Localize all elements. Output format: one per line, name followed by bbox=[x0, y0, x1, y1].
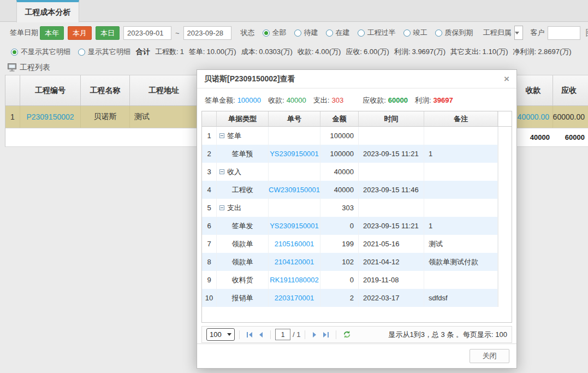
doc-amount-cell: 40000 bbox=[320, 181, 359, 199]
summary-stat: 签单:10.00(万) bbox=[189, 47, 236, 57]
detail-toggle-show-other-detail[interactable]: 显示其它明细 bbox=[78, 47, 130, 57]
doc-no-link[interactable]: RK1911080002 bbox=[270, 276, 318, 284]
customer-input[interactable] bbox=[548, 26, 580, 40]
summary-stat: 收款:4.00(万) bbox=[298, 47, 341, 57]
detail-toggle-label: 显示其它明细 bbox=[88, 47, 130, 57]
doc-row[interactable]: 1签单100000 bbox=[202, 127, 512, 145]
modal-summary-value: 40000 bbox=[287, 96, 306, 104]
doc-row-number: 1 bbox=[202, 127, 217, 145]
radio-icon bbox=[263, 29, 270, 37]
collapse-icon[interactable] bbox=[219, 133, 224, 138]
summary-stat: 成本:0.0303(万) bbox=[241, 47, 293, 57]
date-from-input[interactable] bbox=[123, 26, 171, 40]
doc-header-row-number bbox=[202, 111, 217, 126]
status-radio-all[interactable]: 全部 bbox=[263, 28, 287, 38]
doc-note-cell bbox=[424, 127, 498, 145]
collapse-icon[interactable] bbox=[219, 169, 224, 174]
customer-label: 客户 bbox=[531, 28, 545, 38]
next-page-icon[interactable] bbox=[312, 331, 318, 338]
doc-no-link[interactable]: CW2309150001 bbox=[269, 186, 320, 194]
summary-stat-value: 1.10(万) bbox=[483, 48, 508, 56]
doc-type-label: 领款单 bbox=[232, 257, 253, 267]
receivable-amount-cell: 60000.00 bbox=[553, 106, 588, 128]
date-to-input[interactable] bbox=[183, 26, 231, 40]
doc-no-cell bbox=[269, 127, 320, 145]
status-radio-warranty-due[interactable]: 质保到期 bbox=[435, 28, 473, 38]
doc-row[interactable]: 4工程收CW2309150001400002023-09-15 11:46 bbox=[202, 181, 512, 199]
detail-toggle-hide-other-detail[interactable]: 不显示其它明细 bbox=[11, 47, 70, 57]
prev-page-icon[interactable] bbox=[258, 331, 264, 338]
doc-row-number: 6 bbox=[202, 217, 217, 235]
doc-row[interactable]: 5支出303 bbox=[202, 199, 512, 217]
quick-date-button-day[interactable]: 本日 bbox=[96, 26, 120, 40]
doc-gutter-cell bbox=[498, 145, 512, 163]
summary-stat: 应收:6.00(万) bbox=[346, 47, 389, 57]
status-radio-completed[interactable]: 竣工 bbox=[403, 28, 427, 38]
doc-no-link[interactable]: YS2309150001 bbox=[270, 222, 319, 230]
clipped-label: 图 bbox=[586, 28, 588, 38]
doc-gutter-cell bbox=[498, 163, 512, 181]
first-page-icon[interactable] bbox=[246, 331, 253, 338]
doc-note-cell bbox=[424, 181, 498, 199]
modal-summary-item: 签单金额:100000 bbox=[205, 96, 261, 105]
doc-amount-cell: 199 bbox=[320, 235, 359, 253]
doc-row-number: 3 bbox=[202, 163, 217, 181]
collapse-icon[interactable] bbox=[219, 205, 224, 210]
doc-row[interactable]: 10报销单220317000122022-03-17sdfdsf bbox=[202, 289, 512, 307]
doc-no-cell: YS2309150001 bbox=[269, 145, 320, 163]
doc-gutter-cell bbox=[498, 217, 512, 235]
refresh-icon[interactable] bbox=[343, 330, 351, 339]
status-radio-half-done[interactable]: 工程过半 bbox=[358, 28, 396, 38]
quick-date-button-month[interactable]: 本月 bbox=[68, 26, 92, 40]
doc-row-number: 7 bbox=[202, 235, 217, 253]
filter-bar: 签单日期 本年本月本日 ~ 状态 全部待建在建工程过半竣工质保到期 工程归属 客… bbox=[0, 22, 588, 44]
doc-row[interactable]: 3收入40000 bbox=[202, 163, 512, 181]
summary-stat: 工程数:1 bbox=[155, 47, 184, 57]
doc-header-type: 单据类型 bbox=[217, 111, 269, 126]
doc-type-label: 签单预 bbox=[232, 149, 253, 159]
status-radio-building[interactable]: 在建 bbox=[326, 28, 350, 38]
close-button[interactable]: 关闭 bbox=[470, 349, 509, 363]
doc-header-amount: 金额 bbox=[320, 111, 359, 126]
modal-summary-value: 60000 bbox=[388, 96, 408, 104]
doc-row[interactable]: 8领款单21041200011022021-04-12领款单测试付款 bbox=[202, 253, 512, 271]
tab-project-cost-analysis[interactable]: 工程成本分析 bbox=[16, 0, 79, 22]
doc-row[interactable]: 9收料货RK191108000202019-11-08 bbox=[202, 271, 512, 289]
doc-header-note: 备注 bbox=[424, 111, 498, 126]
doc-row[interactable]: 6签单发YS230915000102023-09-15 11:211 bbox=[202, 217, 512, 235]
document-table: 单据类型 单号 金额 时间 备注 1签单1000002签单预YS23091500… bbox=[201, 111, 512, 323]
status-radio-label: 工程过半 bbox=[367, 28, 396, 38]
project-belong-select[interactable] bbox=[514, 26, 523, 40]
close-icon[interactable]: × bbox=[504, 74, 509, 84]
doc-amount-cell: 40000 bbox=[320, 163, 359, 181]
modal-summary-label: 利润: bbox=[415, 96, 431, 104]
page-number-input[interactable] bbox=[275, 329, 290, 340]
doc-row[interactable]: 7领款单21051600011992021-05-16测试 bbox=[202, 235, 512, 253]
doc-amount-cell: 0 bbox=[320, 271, 359, 289]
doc-row[interactable]: 2签单预YS23091500011000002023-09-15 11:211 bbox=[202, 145, 512, 163]
doc-no-link[interactable]: 2105160001 bbox=[275, 240, 314, 248]
pagination-info: 显示从1到3，总 3 条 。每页显示: 100 bbox=[389, 330, 507, 340]
doc-no-cell: YS2309150001 bbox=[269, 217, 320, 235]
page-size-select[interactable]: 100 bbox=[206, 328, 235, 341]
last-page-icon[interactable] bbox=[322, 331, 329, 338]
modal-summary-label: 支出: bbox=[313, 96, 330, 104]
modal-summary-value: 303 bbox=[331, 96, 343, 104]
modal-title: 贝诺斯[P2309150002]查看 bbox=[204, 74, 295, 84]
doc-no-link[interactable]: 2203170001 bbox=[275, 294, 314, 302]
summary-stat-value: 1 bbox=[180, 48, 184, 56]
doc-gutter-cell bbox=[498, 271, 512, 289]
received-amount-link[interactable]: 40000.00 bbox=[518, 113, 549, 121]
project-address-cell: 测试 bbox=[130, 106, 198, 128]
doc-no-link[interactable]: 2104120001 bbox=[275, 258, 314, 266]
page-size-value: 100 bbox=[210, 330, 222, 339]
status-radio-pending[interactable]: 待建 bbox=[294, 28, 318, 38]
doc-row-number: 2 bbox=[202, 145, 217, 163]
quick-date-button-year[interactable]: 本年 bbox=[40, 26, 64, 40]
doc-type-label: 工程收 bbox=[232, 185, 253, 195]
doc-no-link[interactable]: YS2309150001 bbox=[270, 150, 319, 158]
doc-time-cell: 2023-09-15 11:21 bbox=[359, 145, 424, 163]
doc-no-cell bbox=[269, 163, 320, 181]
project-code-link[interactable]: P2309150002 bbox=[26, 113, 74, 121]
doc-time-cell: 2022-03-17 bbox=[359, 289, 424, 307]
